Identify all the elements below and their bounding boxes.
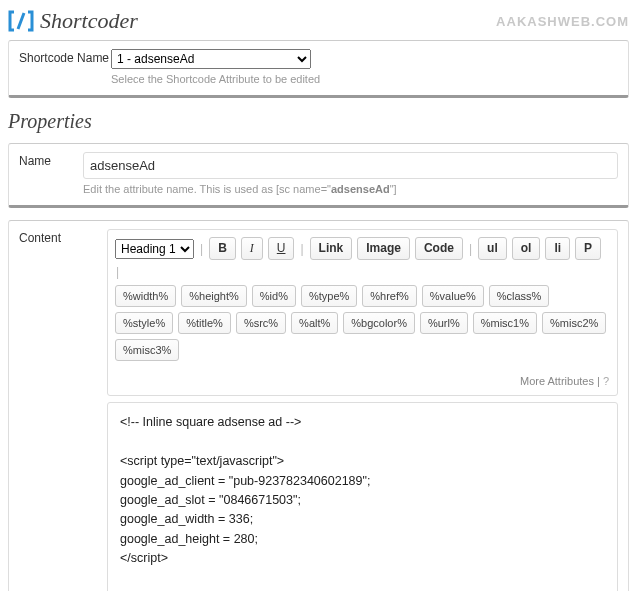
page-title: Shortcoder: [40, 8, 138, 34]
attr-chip[interactable]: %width%: [115, 285, 176, 307]
content-editor[interactable]: [118, 411, 607, 591]
attr-chip[interactable]: %alt%: [291, 312, 338, 334]
site-credit: AAKASHWEB.COM: [496, 14, 629, 29]
image-button[interactable]: Image: [357, 237, 410, 260]
shortcode-name-label: Shortcode Name: [19, 49, 111, 65]
attr-chip[interactable]: %src%: [236, 312, 286, 334]
shortcode-hint: Selece the Shortcode Attribute to be edi…: [111, 73, 618, 85]
li-button[interactable]: li: [545, 237, 570, 260]
attr-chip[interactable]: %misc3%: [115, 339, 179, 361]
more-attributes-link[interactable]: More Attributes |?: [520, 375, 609, 387]
code-button[interactable]: Code: [415, 237, 463, 260]
shortcode-select[interactable]: 1 - adsenseAd: [111, 49, 311, 69]
underline-button[interactable]: U: [268, 237, 295, 260]
toolbar-separator: |: [299, 242, 304, 256]
attr-chip[interactable]: %id%: [252, 285, 296, 307]
toolbar-separator: |: [115, 265, 120, 279]
properties-heading: Properties: [8, 110, 629, 133]
brand: Shortcoder: [8, 8, 138, 34]
page-header: Shortcoder AAKASHWEB.COM: [8, 8, 629, 34]
ul-button[interactable]: ul: [478, 237, 507, 260]
toolbar-separator: |: [468, 242, 473, 256]
content-panel: Content Heading 1 | B I U | Link Image C…: [8, 220, 629, 591]
attr-chip[interactable]: %value%: [422, 285, 484, 307]
content-label: Content: [19, 229, 107, 245]
svg-line-0: [18, 13, 24, 29]
attr-chip[interactable]: %type%: [301, 285, 357, 307]
link-button[interactable]: Link: [310, 237, 353, 260]
attr-chip[interactable]: %href%: [362, 285, 417, 307]
name-input[interactable]: [83, 152, 618, 179]
name-label: Name: [19, 152, 83, 168]
attr-chip[interactable]: %title%: [178, 312, 231, 334]
attr-chip[interactable]: %misc1%: [473, 312, 537, 334]
name-panel: Name Edit the attribute name. This is us…: [8, 143, 629, 208]
attr-chip[interactable]: %height%: [181, 285, 247, 307]
bold-button[interactable]: B: [209, 237, 236, 260]
italic-button[interactable]: I: [241, 237, 263, 260]
editor-container: [107, 402, 618, 591]
attr-chip[interactable]: %url%: [420, 312, 468, 334]
attribute-chips-row: %width%%height%%id%%type%%href%%value%%c…: [115, 285, 610, 361]
shortcoder-logo-icon: [8, 10, 34, 32]
attr-chip[interactable]: %class%: [489, 285, 550, 307]
shortcode-panel: Shortcode Name 1 - adsenseAd Selece the …: [8, 40, 629, 98]
heading-select[interactable]: Heading 1: [115, 239, 194, 259]
p-button[interactable]: P: [575, 237, 601, 260]
attr-chip[interactable]: %bgcolor%: [343, 312, 415, 334]
attr-chip[interactable]: %misc2%: [542, 312, 606, 334]
editor-toolbar: Heading 1 | B I U | Link Image Code | ul…: [107, 229, 618, 396]
toolbar-separator: |: [199, 242, 204, 256]
attr-chip[interactable]: %style%: [115, 312, 173, 334]
name-hint: Edit the attribute name. This is used as…: [83, 183, 618, 195]
ol-button[interactable]: ol: [512, 237, 541, 260]
